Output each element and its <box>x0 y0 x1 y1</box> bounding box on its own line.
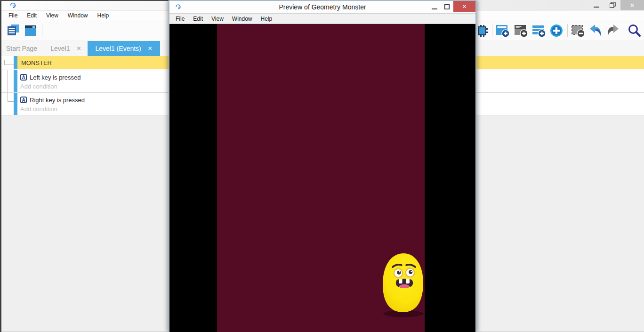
monster-sprite <box>381 252 427 318</box>
menu-file[interactable]: File <box>171 15 189 23</box>
add-special-event-icon[interactable] <box>549 24 564 38</box>
menu-view[interactable]: View <box>42 11 63 20</box>
window-border <box>0 0 169 1</box>
menu-help[interactable]: Help <box>93 11 113 20</box>
preview-titlebar[interactable]: Preview of Geometry Monster ✕ <box>169 1 475 13</box>
toolbar-separator <box>42 24 42 37</box>
tab-close-icon[interactable]: ✕ <box>148 45 153 52</box>
keyboard-key-icon: A <box>20 74 27 81</box>
event-selection-bar <box>14 70 17 92</box>
restore-icon <box>610 2 616 8</box>
start-scene-icon[interactable] <box>24 24 38 38</box>
main-minimize-button[interactable] <box>588 0 604 10</box>
event-selection-bar <box>14 56 17 69</box>
debug-icon[interactable] <box>475 24 489 38</box>
maximize-icon <box>444 4 450 9</box>
project-manager-icon[interactable] <box>6 24 20 38</box>
tab-level1[interactable]: Level1 ✕ <box>44 41 88 56</box>
delete-event-icon[interactable] <box>571 24 585 38</box>
toolbar-separator <box>567 24 568 37</box>
undo-icon[interactable] <box>588 24 603 38</box>
search-icon[interactable] <box>628 24 642 38</box>
toolbar-separator <box>492 24 492 37</box>
menu-help[interactable]: Help <box>257 15 277 23</box>
preview-window: Preview of Geometry Monster ✕ File Edit … <box>169 0 476 332</box>
gdevelop-logo-icon <box>9 2 17 9</box>
menu-view[interactable]: View <box>207 15 228 23</box>
main-restore-button[interactable] <box>604 0 620 10</box>
preview-maximize-button[interactable] <box>441 1 453 12</box>
window-border <box>0 0 1 332</box>
preview-close-button[interactable]: ✕ <box>453 1 475 12</box>
add-comment-icon[interactable] <box>532 24 546 38</box>
toolbar-separator <box>624 24 624 37</box>
menu-edit[interactable]: Edit <box>23 11 41 20</box>
menu-edit[interactable]: Edit <box>189 15 207 23</box>
tab-level1-events[interactable]: Level1 (Events) ✕ <box>88 41 160 56</box>
event-selection-bar <box>14 93 17 115</box>
add-sub-event-icon[interactable] <box>514 24 528 38</box>
keyboard-key-icon: A <box>20 97 27 103</box>
condition-text: Right key is pressed <box>30 97 85 104</box>
add-event-icon[interactable] <box>496 24 510 38</box>
menu-window[interactable]: Window <box>228 15 257 23</box>
game-canvas[interactable] <box>169 24 475 332</box>
menu-file[interactable]: File <box>4 11 22 20</box>
preview-minimize-button[interactable] <box>428 1 441 12</box>
menu-window[interactable]: Window <box>64 11 92 20</box>
preview-menubar: File Edit View Window Help <box>169 13 475 24</box>
tab-start-page[interactable]: Start Page <box>1 41 44 56</box>
redo-icon[interactable] <box>606 24 620 38</box>
condition-text: Left key is pressed <box>30 74 80 81</box>
tab-close-icon[interactable]: ✕ <box>76 45 81 52</box>
main-close-button[interactable]: ✕ <box>620 0 644 10</box>
